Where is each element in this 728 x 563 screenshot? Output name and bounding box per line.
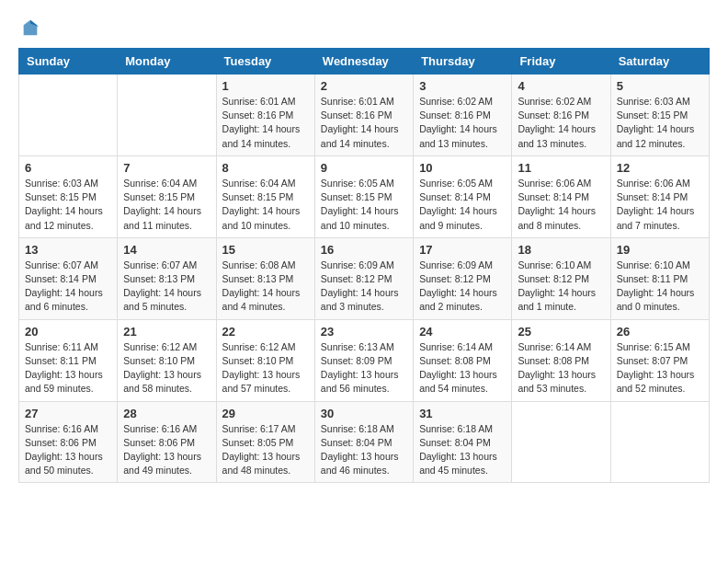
calendar-cell [610, 401, 709, 483]
day-info: Sunrise: 6:04 AM Sunset: 8:15 PM Dayligh… [123, 177, 210, 233]
day-info: Sunrise: 6:16 AM Sunset: 8:06 PM Dayligh… [25, 422, 111, 478]
day-info: Sunrise: 6:05 AM Sunset: 8:14 PM Dayligh… [419, 177, 506, 233]
day-info: Sunrise: 6:02 AM Sunset: 8:16 PM Dayligh… [518, 95, 604, 151]
calendar-cell: 28Sunrise: 6:16 AM Sunset: 8:06 PM Dayli… [118, 401, 216, 483]
day-info: Sunrise: 6:04 AM Sunset: 8:15 PM Dayligh… [222, 177, 309, 233]
calendar-cell: 7Sunrise: 6:04 AM Sunset: 8:15 PM Daylig… [118, 155, 216, 237]
day-info: Sunrise: 6:09 AM Sunset: 8:12 PM Dayligh… [419, 259, 506, 315]
calendar-week-row: 13Sunrise: 6:07 AM Sunset: 8:14 PM Dayli… [19, 237, 710, 319]
calendar-cell: 13Sunrise: 6:07 AM Sunset: 8:14 PM Dayli… [19, 237, 118, 319]
day-number: 10 [419, 161, 506, 175]
day-number: 12 [617, 161, 703, 175]
day-number: 22 [222, 325, 309, 339]
calendar-cell: 5Sunrise: 6:03 AM Sunset: 8:15 PM Daylig… [610, 75, 709, 156]
day-info: Sunrise: 6:07 AM Sunset: 8:14 PM Dayligh… [25, 259, 111, 315]
day-info: Sunrise: 6:12 AM Sunset: 8:10 PM Dayligh… [222, 340, 309, 396]
calendar-cell: 31Sunrise: 6:18 AM Sunset: 8:04 PM Dayli… [414, 401, 512, 483]
calendar-cell: 27Sunrise: 6:16 AM Sunset: 8:06 PM Dayli… [19, 401, 118, 483]
calendar-cell: 22Sunrise: 6:12 AM Sunset: 8:10 PM Dayli… [216, 319, 314, 401]
header-wednesday: Wednesday [314, 49, 413, 75]
calendar-cell: 1Sunrise: 6:01 AM Sunset: 8:16 PM Daylig… [216, 75, 314, 156]
day-info: Sunrise: 6:03 AM Sunset: 8:15 PM Dayligh… [617, 95, 703, 151]
day-number: 27 [25, 407, 111, 420]
day-info: Sunrise: 6:12 AM Sunset: 8:10 PM Dayligh… [123, 340, 210, 396]
calendar-week-row: 20Sunrise: 6:11 AM Sunset: 8:11 PM Dayli… [19, 319, 710, 401]
calendar-cell: 9Sunrise: 6:05 AM Sunset: 8:15 PM Daylig… [314, 155, 413, 237]
day-number: 5 [617, 79, 703, 93]
day-info: Sunrise: 6:08 AM Sunset: 8:13 PM Dayligh… [222, 259, 309, 315]
day-info: Sunrise: 6:14 AM Sunset: 8:08 PM Dayligh… [419, 340, 506, 396]
day-number: 2 [321, 79, 407, 93]
day-info: Sunrise: 6:01 AM Sunset: 8:16 PM Dayligh… [222, 95, 309, 151]
header-monday: Monday [118, 49, 216, 75]
day-number: 8 [222, 161, 309, 175]
day-info: Sunrise: 6:09 AM Sunset: 8:12 PM Dayligh… [321, 259, 407, 315]
day-info: Sunrise: 6:06 AM Sunset: 8:14 PM Dayligh… [518, 177, 604, 233]
day-info: Sunrise: 6:05 AM Sunset: 8:15 PM Dayligh… [321, 177, 407, 233]
day-number: 20 [25, 325, 111, 339]
calendar-cell: 26Sunrise: 6:15 AM Sunset: 8:07 PM Dayli… [610, 319, 709, 401]
day-info: Sunrise: 6:18 AM Sunset: 8:04 PM Dayligh… [419, 422, 506, 478]
day-number: 16 [321, 243, 407, 257]
day-number: 21 [123, 325, 210, 339]
logo [18, 18, 40, 39]
calendar-cell: 10Sunrise: 6:05 AM Sunset: 8:14 PM Dayli… [414, 155, 512, 237]
calendar-cell [118, 75, 216, 156]
day-number: 28 [123, 407, 210, 420]
calendar-cell: 12Sunrise: 6:06 AM Sunset: 8:14 PM Dayli… [610, 155, 709, 237]
calendar-cell: 30Sunrise: 6:18 AM Sunset: 8:04 PM Dayli… [314, 401, 413, 483]
day-number: 26 [617, 325, 703, 339]
day-number: 13 [25, 243, 111, 257]
calendar-header-row: Sunday Monday Tuesday Wednesday Thursday… [19, 49, 710, 75]
day-number: 17 [419, 243, 506, 257]
header-friday: Friday [512, 49, 610, 75]
calendar-cell: 11Sunrise: 6:06 AM Sunset: 8:14 PM Dayli… [512, 155, 610, 237]
header-sunday: Sunday [19, 49, 118, 75]
day-number: 31 [419, 407, 506, 420]
calendar-cell: 4Sunrise: 6:02 AM Sunset: 8:16 PM Daylig… [512, 75, 610, 156]
day-info: Sunrise: 6:15 AM Sunset: 8:07 PM Dayligh… [617, 340, 703, 396]
day-number: 25 [518, 325, 604, 339]
calendar-week-row: 1Sunrise: 6:01 AM Sunset: 8:16 PM Daylig… [19, 75, 710, 156]
page-header [18, 18, 710, 39]
day-number: 7 [123, 161, 210, 175]
calendar-table: Sunday Monday Tuesday Wednesday Thursday… [18, 48, 710, 483]
day-info: Sunrise: 6:10 AM Sunset: 8:11 PM Dayligh… [617, 259, 703, 315]
header-thursday: Thursday [414, 49, 512, 75]
day-number: 3 [419, 79, 506, 93]
calendar-cell: 17Sunrise: 6:09 AM Sunset: 8:12 PM Dayli… [414, 237, 512, 319]
day-number: 4 [518, 79, 604, 93]
calendar-cell: 19Sunrise: 6:10 AM Sunset: 8:11 PM Dayli… [610, 237, 709, 319]
day-info: Sunrise: 6:06 AM Sunset: 8:14 PM Dayligh… [617, 177, 703, 233]
calendar-cell: 25Sunrise: 6:14 AM Sunset: 8:08 PM Dayli… [512, 319, 610, 401]
calendar-cell: 20Sunrise: 6:11 AM Sunset: 8:11 PM Dayli… [19, 319, 118, 401]
calendar-cell: 2Sunrise: 6:01 AM Sunset: 8:16 PM Daylig… [314, 75, 413, 156]
calendar-cell: 18Sunrise: 6:10 AM Sunset: 8:12 PM Dayli… [512, 237, 610, 319]
calendar-cell: 24Sunrise: 6:14 AM Sunset: 8:08 PM Dayli… [414, 319, 512, 401]
day-number: 19 [617, 243, 703, 257]
day-info: Sunrise: 6:16 AM Sunset: 8:06 PM Dayligh… [123, 422, 210, 478]
day-number: 29 [222, 407, 309, 420]
header-tuesday: Tuesday [216, 49, 314, 75]
day-info: Sunrise: 6:17 AM Sunset: 8:05 PM Dayligh… [222, 422, 309, 478]
day-info: Sunrise: 6:03 AM Sunset: 8:15 PM Dayligh… [25, 177, 111, 233]
day-info: Sunrise: 6:14 AM Sunset: 8:08 PM Dayligh… [518, 340, 604, 396]
calendar-cell: 15Sunrise: 6:08 AM Sunset: 8:13 PM Dayli… [216, 237, 314, 319]
day-number: 24 [419, 325, 506, 339]
day-info: Sunrise: 6:18 AM Sunset: 8:04 PM Dayligh… [321, 422, 407, 478]
day-number: 1 [222, 79, 309, 93]
header-saturday: Saturday [610, 49, 709, 75]
day-number: 6 [25, 161, 111, 175]
calendar-cell: 21Sunrise: 6:12 AM Sunset: 8:10 PM Dayli… [118, 319, 216, 401]
calendar-cell: 14Sunrise: 6:07 AM Sunset: 8:13 PM Dayli… [118, 237, 216, 319]
calendar-cell: 29Sunrise: 6:17 AM Sunset: 8:05 PM Dayli… [216, 401, 314, 483]
day-number: 23 [321, 325, 407, 339]
calendar-cell [19, 75, 118, 156]
calendar-cell: 3Sunrise: 6:02 AM Sunset: 8:16 PM Daylig… [414, 75, 512, 156]
day-number: 11 [518, 161, 604, 175]
day-number: 14 [123, 243, 210, 257]
calendar-cell [512, 401, 610, 483]
day-number: 30 [321, 407, 407, 420]
calendar-cell: 16Sunrise: 6:09 AM Sunset: 8:12 PM Dayli… [314, 237, 413, 319]
day-info: Sunrise: 6:10 AM Sunset: 8:12 PM Dayligh… [518, 259, 604, 315]
